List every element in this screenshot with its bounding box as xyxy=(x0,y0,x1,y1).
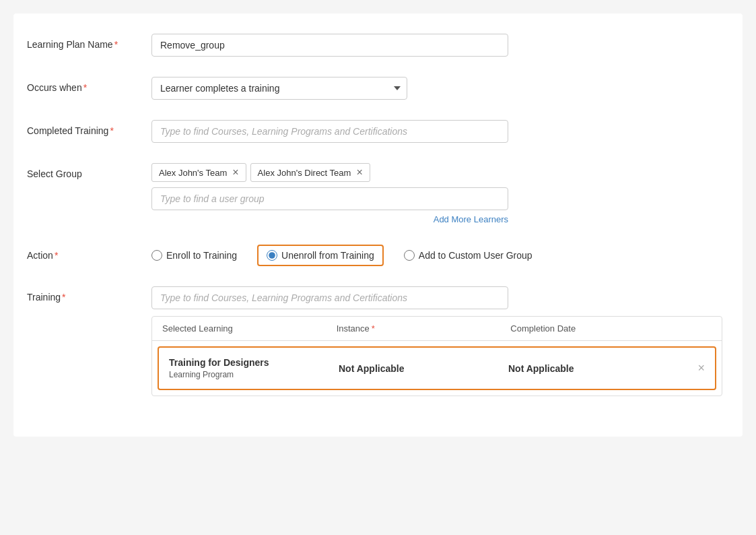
tag-label: Alex John's Direct Team xyxy=(258,168,351,178)
training-table-header: Selected Learning Instance * Completion … xyxy=(152,317,722,341)
training-content: Selected Learning Instance * Completion … xyxy=(151,286,722,396)
enroll-radio[interactable] xyxy=(151,250,162,261)
tag-close-icon[interactable]: × xyxy=(356,167,362,178)
learning-plan-name-input[interactable] xyxy=(151,34,508,57)
col-selected-learning: Selected Learning xyxy=(162,323,337,334)
completed-training-row: Completed Training* xyxy=(27,120,722,143)
occurs-when-select-wrapper: Learner completes a training Learner is … xyxy=(151,77,407,100)
col-completion-date: Completion Date xyxy=(510,323,685,334)
action-add-custom-option[interactable]: Add to Custom User Group xyxy=(404,250,532,261)
instance-required-star: * xyxy=(372,323,375,334)
training-input[interactable] xyxy=(151,286,508,309)
training-table-row: Training for Designers Learning Program … xyxy=(158,346,716,390)
tags-container: Alex John's Team × Alex John's Direct Te… xyxy=(151,163,722,182)
unenroll-label: Unenroll from Training xyxy=(281,250,374,261)
enroll-label: Enroll to Training xyxy=(166,250,237,261)
training-completion-date: Not Applicable xyxy=(508,363,678,374)
occurs-when-select[interactable]: Learner completes a training Learner is … xyxy=(151,77,407,100)
completed-training-label: Completed Training* xyxy=(27,120,151,136)
occurs-when-row: Occurs when* Learner completes a trainin… xyxy=(27,77,722,100)
training-row-close-icon[interactable]: × xyxy=(678,361,705,375)
training-type: Learning Program xyxy=(169,370,339,379)
select-group-label: Select Group xyxy=(27,163,151,179)
completed-training-input[interactable] xyxy=(151,120,508,143)
tag-alex-johns-team: Alex John's Team × xyxy=(151,163,246,182)
select-group-content: Alex John's Team × Alex John's Direct Te… xyxy=(151,163,722,224)
action-enroll-option[interactable]: Enroll to Training xyxy=(151,250,237,261)
completed-training-content xyxy=(151,120,722,143)
training-row: Training* Selected Learning Instance * C… xyxy=(27,286,722,396)
select-group-input[interactable] xyxy=(151,187,508,210)
form-container: Learning Plan Name* Occurs when* Learner… xyxy=(13,13,743,437)
add-more-learners-link[interactable]: Add More Learners xyxy=(151,214,508,224)
training-selected-learning: Training for Designers Learning Program xyxy=(169,357,339,379)
training-instance: Not Applicable xyxy=(339,363,508,374)
learning-plan-name-content xyxy=(151,34,722,57)
occurs-when-label: Occurs when* xyxy=(27,77,151,93)
learning-plan-name-label: Learning Plan Name* xyxy=(27,34,151,50)
action-row: Action* Enroll to Training Unenroll from… xyxy=(27,245,722,266)
training-label: Training* xyxy=(27,286,151,303)
tag-alex-johns-direct-team: Alex John's Direct Team × xyxy=(250,163,370,182)
training-name: Training for Designers xyxy=(169,357,339,368)
action-radio-group: Enroll to Training Unenroll from Trainin… xyxy=(151,245,722,266)
unenroll-radio[interactable] xyxy=(267,250,277,261)
action-content: Enroll to Training Unenroll from Trainin… xyxy=(151,245,722,266)
add-custom-label: Add to Custom User Group xyxy=(419,250,532,261)
occurs-when-content: Learner completes a training Learner is … xyxy=(151,77,722,100)
add-custom-radio[interactable] xyxy=(404,250,415,261)
training-table: Selected Learning Instance * Completion … xyxy=(151,316,722,396)
tag-label: Alex John's Team xyxy=(159,168,227,178)
action-label: Action* xyxy=(27,245,151,261)
action-unenroll-option[interactable]: Unenroll from Training xyxy=(257,245,384,266)
col-actions xyxy=(685,323,712,334)
col-instance: Instance * xyxy=(337,323,511,334)
tag-close-icon[interactable]: × xyxy=(232,167,238,178)
learning-plan-name-row: Learning Plan Name* xyxy=(27,34,722,57)
select-group-row: Select Group Alex John's Team × Alex Joh… xyxy=(27,163,722,224)
